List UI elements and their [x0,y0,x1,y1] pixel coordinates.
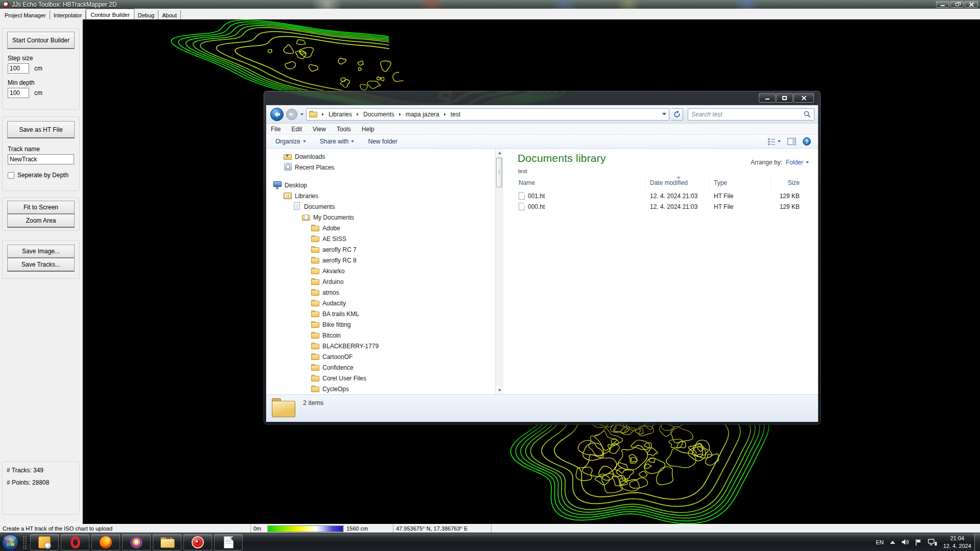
tree-item-bike-fitting[interactable]: Bike fitting [266,319,503,330]
breadcrumb-test[interactable]: test [450,111,461,118]
share-with-button[interactable]: Share with [320,138,355,145]
menu-edit[interactable]: Edit [291,126,302,133]
tree-item-atmos[interactable]: atmos [266,287,503,298]
app-close-button[interactable] [965,1,978,8]
menu-tools[interactable]: Tools [337,126,351,133]
preview-pane-button[interactable] [787,138,796,145]
tree-item-confidence[interactable]: Confidence [266,362,503,373]
taskbar-app-firefox[interactable] [91,534,120,550]
tab-contour-builder[interactable]: Contour Builder [86,9,134,19]
show-desktop-button[interactable] [974,533,980,551]
arrow-up-icon [498,152,501,154]
tray-clock[interactable]: 21:04 12. 4. 2024 [943,535,971,549]
arrange-by-dropdown[interactable]: Folder [786,159,809,166]
tab-about[interactable]: About [158,10,181,19]
tree-item-cartoonof[interactable]: CartoonOF [266,351,503,362]
address-bar[interactable]: Libraries Documents mapa jazera test [306,108,669,121]
track-name-input[interactable] [8,154,74,164]
search-input[interactable] [691,111,804,118]
organize-button[interactable]: Organize [275,138,306,145]
explorer-maximize-button[interactable] [776,93,793,103]
app-titlebar[interactable]: JJs Echo Toolbox: HBTrackMapper 2D [0,0,980,9]
explorer-close-button[interactable] [794,93,814,103]
fit-to-screen-button[interactable]: Fit to Screen [7,201,75,214]
tree-scrollbar[interactable] [495,149,503,394]
scrollbar-thumb[interactable] [496,158,502,187]
taskbar-app-opera[interactable] [61,534,89,550]
taskbar-app-red-circle[interactable] [183,534,212,550]
menu-file[interactable]: File [271,126,281,133]
change-view-button[interactable] [767,138,781,145]
explorer-minimize-button[interactable] [759,93,776,103]
taskbar-app-tor-browser[interactable] [122,534,151,550]
forward-button[interactable] [286,108,298,121]
file-icon [519,203,525,210]
language-indicator[interactable]: EN [876,539,884,545]
tree-item-akvarko[interactable]: Akvarko [266,266,503,276]
tree-item-cycleops[interactable]: CycleOps [266,384,503,394]
scrollbar-up-button[interactable] [496,149,503,157]
scrollbar-down-button[interactable] [496,386,503,394]
app-minimize-button[interactable] [936,1,949,8]
show-hidden-icons-icon[interactable] [890,541,895,544]
network-icon[interactable] [928,539,937,546]
column-size[interactable]: Size [771,178,803,189]
separate-by-depth-checkbox[interactable] [8,172,14,179]
taskbar-app-notepad[interactable] [214,534,243,550]
taskbar-app-outlook[interactable] [30,534,59,550]
help-button[interactable]: ? [803,137,811,146]
tree-item-corel-user-files[interactable]: Corel User Files [266,373,503,384]
file-row-001[interactable]: 001.ht 12. 4. 2024 21:03 HT File 129 KB [518,190,807,201]
search-box[interactable] [688,108,814,121]
breadcrumb-documents[interactable]: Documents [362,111,395,118]
back-button[interactable] [270,107,284,122]
tree-item-documents[interactable]: Documents [266,201,503,212]
tree-item-blackberry-1779[interactable]: BLACKBERRY-1779 [266,341,503,351]
address-dropdown-icon[interactable] [662,113,666,115]
volume-icon[interactable] [901,539,909,545]
step-size-input[interactable] [8,63,29,74]
tree-item-desktop[interactable]: Desktop [266,180,503,190]
menu-view[interactable]: View [313,126,326,133]
tree-item-ba-trails-kml[interactable]: BA trails KML [266,308,503,319]
step-size-label: Step size [8,55,79,62]
tree-item-downloads[interactable]: Downloads [266,151,503,162]
refresh-button[interactable] [671,108,683,121]
start-button[interactable] [1,533,19,551]
column-type[interactable]: Type [710,178,771,189]
search-icon[interactable] [804,111,811,118]
tree-item-libraries[interactable]: Libraries [266,190,503,201]
taskbar-app-windows-explorer[interactable] [153,534,181,550]
menu-help[interactable]: Help [362,126,375,133]
tab-interpolator[interactable]: Interpolator [50,10,86,19]
list-view-icon [767,138,776,145]
tab-debug[interactable]: Debug [134,10,158,19]
min-depth-input[interactable] [8,88,29,98]
tree-item-audacity[interactable]: Audacity [266,298,503,308]
tree-item-aerofly-rc-8[interactable]: aerofly RC 8 [266,255,503,266]
zoom-area-button[interactable]: Zoom Area [7,214,75,228]
save-image-button[interactable]: Save Image... [7,245,75,258]
tree-item-aerofly-rc-7[interactable]: aerofly RC 7 [266,244,503,255]
column-date-modified[interactable]: Date modified [646,178,710,189]
taskbar-grip[interactable] [22,536,27,549]
tree-item-adobe[interactable]: Adobe [266,223,503,233]
tree-item-recent-places[interactable]: Recent Places [266,162,503,173]
start-contour-builder-button[interactable]: Start Contour Builder [7,32,75,49]
save-tracks-button[interactable]: Save Tracks... [7,258,75,272]
history-dropdown-icon[interactable] [300,113,304,115]
new-folder-button[interactable]: New folder [368,138,397,145]
action-center-flag-icon[interactable] [915,539,922,546]
app-restore-button[interactable] [950,1,964,8]
breadcrumb-libraries[interactable]: Libraries [328,111,353,118]
breadcrumb-mapa-jazera[interactable]: mapa jazera [405,111,440,118]
refresh-icon [673,110,681,118]
save-as-ht-file-button[interactable]: Save as HT File [7,121,75,138]
tree-item-my-documents[interactable]: My Documents [266,212,503,223]
tree-item-bitcoin[interactable]: Bitcoin [266,330,503,341]
tab-project-manager[interactable]: Project Manager [1,10,50,19]
tree-item-arduino[interactable]: Arduino [266,276,503,287]
column-name[interactable]: Name [518,178,646,189]
file-row-000[interactable]: 000.ht 12. 4. 2024 21:03 HT File 129 KB [518,201,807,212]
tree-item-ae-siss[interactable]: AE SISS [266,233,503,244]
